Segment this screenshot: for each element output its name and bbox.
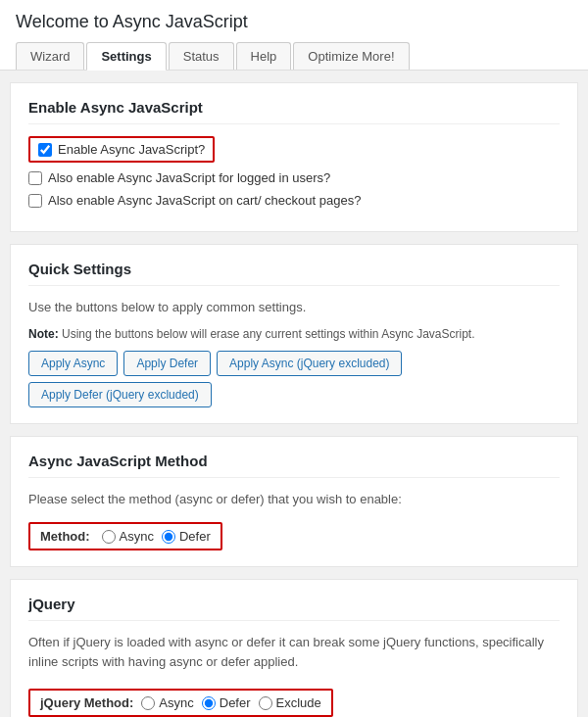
jquery-defer-radio[interactable] — [202, 696, 216, 710]
enable-async-checkbox[interactable] — [38, 143, 52, 157]
method-section: Async JavaScript Method Please select th… — [10, 436, 578, 568]
jquery-async-label: Async — [159, 695, 193, 710]
note-text: Using the buttons below will erase any c… — [59, 327, 475, 341]
logged-in-row: Also enable Async JavaScript for logged … — [28, 170, 560, 185]
cart-checkbox[interactable] — [28, 194, 42, 208]
quick-buttons-row: Apply Async Apply Defer Apply Async (jQu… — [28, 351, 560, 407]
apply-defer-button[interactable]: Apply Defer — [123, 351, 211, 376]
method-description: Please select the method (async or defer… — [28, 490, 560, 509]
apply-async-jquery-excluded-button[interactable]: Apply Async (jQuery excluded) — [217, 351, 402, 376]
enable-section: Enable Async JavaScript Enable Async Jav… — [10, 82, 578, 232]
page-header: Welcome to Async JavaScript Wizard Setti… — [0, 0, 588, 71]
main-content: Enable Async JavaScript Enable Async Jav… — [0, 82, 588, 717]
jquery-method-row: jQuery Method: Async Defer Exclude — [28, 689, 333, 717]
page-title: Welcome to Async JavaScript — [16, 12, 572, 32]
enable-async-label: Enable Async JavaScript? — [58, 142, 205, 157]
enable-async-row: Enable Async JavaScript? — [28, 136, 215, 163]
method-async-radio[interactable] — [102, 530, 116, 544]
apply-defer-jquery-excluded-button[interactable]: Apply Defer (jQuery excluded) — [28, 382, 212, 407]
method-section-title: Async JavaScript Method — [28, 453, 560, 478]
tab-help[interactable]: Help — [236, 42, 292, 70]
jquery-section-title: jQuery — [28, 596, 560, 621]
jquery-section: jQuery Often if jQuery is loaded with as… — [10, 579, 578, 717]
method-defer-label: Defer — [179, 529, 211, 544]
jquery-method-label: jQuery Method: — [40, 695, 133, 710]
quick-settings-note: Note: Using the buttons below will erase… — [28, 327, 560, 341]
tab-status[interactable]: Status — [169, 42, 234, 70]
jquery-async-radio[interactable] — [141, 696, 155, 710]
jquery-exclude-radio[interactable] — [259, 696, 272, 710]
method-defer-option: Defer — [162, 529, 211, 544]
tab-bar: Wizard Settings Status Help Optimize Mor… — [16, 42, 572, 70]
quick-settings-section: Quick Settings Use the buttons below to … — [10, 244, 578, 424]
quick-settings-description: Use the buttons below to apply common se… — [28, 298, 560, 317]
cart-label: Also enable Async JavaScript on cart/ ch… — [48, 193, 361, 208]
note-bold: Note: — [28, 327, 59, 341]
jquery-exclude-label: Exclude — [276, 695, 321, 710]
method-row: Method: Async Defer — [28, 522, 222, 550]
quick-settings-title: Quick Settings — [28, 261, 560, 286]
jquery-description: Often if jQuery is loaded with async or … — [28, 633, 560, 671]
method-async-option: Async — [102, 529, 154, 544]
method-defer-radio[interactable] — [162, 530, 175, 544]
enable-section-title: Enable Async JavaScript — [28, 99, 560, 124]
method-async-label: Async — [120, 529, 154, 544]
tab-optimize[interactable]: Optimize More! — [293, 42, 409, 70]
tab-wizard[interactable]: Wizard — [16, 42, 84, 70]
jquery-defer-option: Defer — [202, 695, 251, 710]
jquery-defer-label: Defer — [220, 695, 251, 710]
method-label: Method: — [40, 529, 90, 544]
jquery-exclude-option: Exclude — [259, 695, 321, 710]
apply-async-button[interactable]: Apply Async — [28, 351, 118, 376]
logged-in-checkbox[interactable] — [28, 171, 42, 185]
cart-row: Also enable Async JavaScript on cart/ ch… — [28, 193, 560, 208]
logged-in-label: Also enable Async JavaScript for logged … — [48, 170, 330, 185]
jquery-async-option: Async — [141, 695, 193, 710]
tab-settings[interactable]: Settings — [86, 42, 166, 71]
